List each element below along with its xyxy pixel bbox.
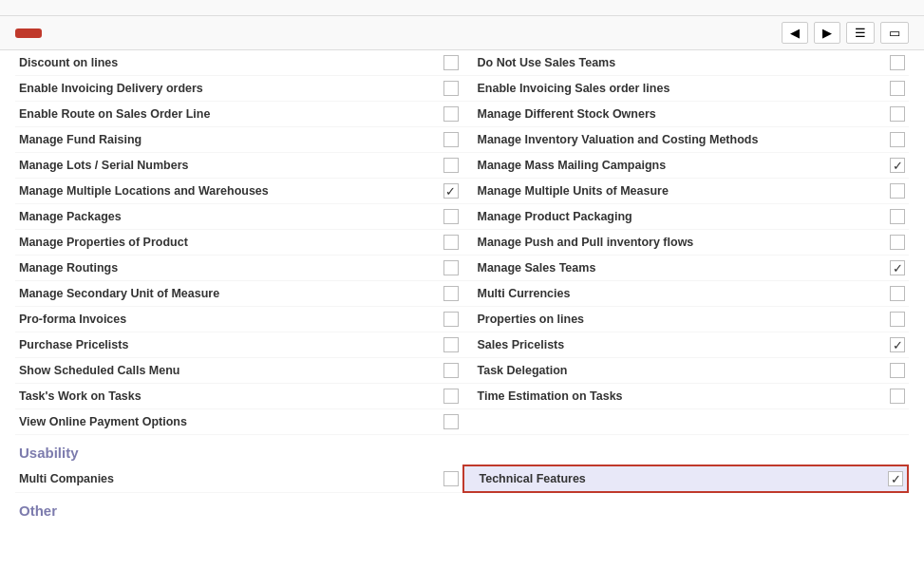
feature-checkbox[interactable] xyxy=(443,55,459,70)
feature-checkbox[interactable] xyxy=(890,183,905,199)
technical-features-label: Technical Features xyxy=(480,472,889,485)
feature-checkbox[interactable]: ✓ xyxy=(443,183,459,199)
feature-checkbox[interactable]: ✓ xyxy=(890,260,905,275)
feature-cell-left: Enable Invoicing Delivery orders xyxy=(15,76,462,102)
feature-cell-right: Enable Invoicing Sales order lines xyxy=(462,76,910,102)
feature-label-right: Enable Invoicing Sales order lines xyxy=(478,82,891,95)
feature-checkbox[interactable] xyxy=(443,389,459,404)
feature-label-right: Manage Multiple Units of Measure xyxy=(478,184,891,198)
toolbar-left xyxy=(15,28,49,38)
feature-checkbox[interactable] xyxy=(890,132,905,147)
feature-checkbox[interactable]: ✓ xyxy=(888,471,903,486)
feature-cell-left: Manage Properties of Product xyxy=(15,230,462,256)
usability-section-header: Usability xyxy=(15,435,909,465)
feature-checkbox[interactable] xyxy=(443,132,459,147)
feature-label-left: Pro-forma Invoices xyxy=(19,313,443,326)
feature-label-left: Discount on lines xyxy=(19,56,443,69)
feature-checkbox[interactable] xyxy=(443,209,459,224)
feature-checkbox[interactable] xyxy=(443,106,459,122)
feature-cell-right: Manage Sales Teams✓ xyxy=(462,256,910,281)
feature-cell-left: Purchase Pricelists xyxy=(15,332,462,358)
other-grid: Other xyxy=(15,493,909,522)
feature-cell-left: Manage Packages xyxy=(15,204,462,230)
feature-cell-left: Manage Multiple Locations and Warehouses… xyxy=(15,179,462,204)
toolbar-right: ◀ ▶ ☰ ▭ xyxy=(772,22,909,44)
feature-cell-left: Manage Routings xyxy=(15,256,462,281)
feature-label-left: Manage Fund Raising xyxy=(19,133,443,146)
feature-label-right: Sales Pricelists xyxy=(478,338,891,351)
feature-checkbox[interactable]: ✓ xyxy=(890,158,905,173)
feature-cell-left: Manage Fund Raising xyxy=(15,127,462,153)
feature-cell-left: Pro-forma Invoices xyxy=(15,307,462,332)
feature-cell-left: Manage Secondary Unit of Measure xyxy=(15,281,462,307)
feature-checkbox[interactable] xyxy=(443,471,459,486)
feature-checkbox[interactable] xyxy=(443,363,459,378)
feature-label-right: Task Delegation xyxy=(478,364,891,377)
feature-label-left: Manage Properties of Product xyxy=(19,236,443,249)
feature-cell-right: Manage Different Stock Owners xyxy=(462,102,910,127)
breadcrumb xyxy=(0,0,924,16)
usability-section-title: Usability xyxy=(19,445,79,461)
feature-label-left: Manage Packages xyxy=(19,210,443,223)
list-view-button[interactable]: ☰ xyxy=(846,22,875,44)
next-button[interactable]: ▶ xyxy=(814,22,840,44)
feature-label-left: Manage Lots / Serial Numbers xyxy=(19,159,443,172)
feature-checkbox[interactable] xyxy=(443,81,459,96)
feature-label-left: Enable Route on Sales Order Line xyxy=(19,107,443,121)
feature-checkbox[interactable] xyxy=(890,363,905,378)
feature-checkbox[interactable] xyxy=(890,312,905,327)
feature-label-right: Manage Inventory Valuation and Costing M… xyxy=(478,133,891,146)
feature-cell-right: Properties on lines xyxy=(462,307,910,332)
feature-label-right: Manage Product Packaging xyxy=(478,210,891,223)
feature-label-right: Do Not Use Sales Teams xyxy=(478,56,891,69)
feature-cell-left: Multi Companies xyxy=(15,465,462,493)
feature-checkbox[interactable] xyxy=(443,312,459,327)
feature-cell-right xyxy=(462,409,910,435)
feature-checkbox[interactable] xyxy=(890,55,905,70)
feature-cell-left: Discount on lines xyxy=(15,50,462,76)
feature-checkbox[interactable] xyxy=(890,235,905,250)
feature-label-right: Multi Currencies xyxy=(478,287,891,300)
feature-cell-right: Manage Mass Mailing Campaigns✓ xyxy=(462,153,910,179)
feature-checkbox[interactable] xyxy=(890,106,905,122)
feature-label-right: Manage Mass Mailing Campaigns xyxy=(478,159,891,172)
feature-cell-right: Manage Product Packaging xyxy=(462,204,910,230)
feature-checkbox[interactable]: ✓ xyxy=(890,337,905,352)
feature-label-left: Manage Multiple Locations and Warehouses xyxy=(19,184,443,198)
feature-label-left: View Online Payment Options xyxy=(19,415,443,428)
feature-cell-right: Time Estimation on Tasks xyxy=(462,384,910,409)
feature-checkbox[interactable] xyxy=(443,286,459,301)
feature-cell-right: Manage Multiple Units of Measure xyxy=(462,179,910,204)
form-view-button[interactable]: ▭ xyxy=(880,22,909,44)
feature-label-left: Manage Routings xyxy=(19,261,443,275)
usability-grid: UsabilityMulti CompaniesTechnical Featur… xyxy=(15,435,909,493)
feature-cell-right: Multi Currencies xyxy=(462,281,910,307)
feature-cell-left: Manage Lots / Serial Numbers xyxy=(15,153,462,179)
feature-checkbox[interactable] xyxy=(890,209,905,224)
feature-cell-right: Manage Inventory Valuation and Costing M… xyxy=(462,127,910,153)
feature-checkbox[interactable] xyxy=(443,158,459,173)
feature-checkbox[interactable] xyxy=(890,389,905,404)
feature-checkbox[interactable] xyxy=(443,337,459,352)
feature-label-left: Show Scheduled Calls Menu xyxy=(19,364,443,377)
feature-checkbox[interactable] xyxy=(443,260,459,275)
feature-label-left: Task's Work on Tasks xyxy=(19,389,443,403)
feature-label-right: Manage Sales Teams xyxy=(478,261,891,275)
feature-checkbox[interactable] xyxy=(890,286,905,301)
feature-checkbox[interactable] xyxy=(890,81,905,96)
feature-label-left: Manage Secondary Unit of Measure xyxy=(19,287,443,300)
feature-cell-left: Task's Work on Tasks xyxy=(15,384,462,409)
feature-label-right: Manage Different Stock Owners xyxy=(478,107,891,121)
feature-cell-right: Task Delegation xyxy=(462,358,910,384)
feature-checkbox[interactable] xyxy=(443,235,459,250)
other-section-title: Other xyxy=(19,503,57,519)
feature-cell-right: Sales Pricelists✓ xyxy=(462,332,910,358)
feature-label-right: Manage Push and Pull inventory flows xyxy=(478,236,891,249)
feature-cell-left: Enable Route on Sales Order Line xyxy=(15,102,462,127)
feature-checkbox[interactable] xyxy=(443,414,459,429)
technical-features-cell[interactable]: Technical Features✓ xyxy=(462,465,910,493)
feature-cell-right: Do Not Use Sales Teams xyxy=(462,50,910,76)
prev-button[interactable]: ◀ xyxy=(782,22,808,44)
save-button[interactable] xyxy=(15,28,42,38)
toolbar: ◀ ▶ ☰ ▭ xyxy=(0,16,924,50)
